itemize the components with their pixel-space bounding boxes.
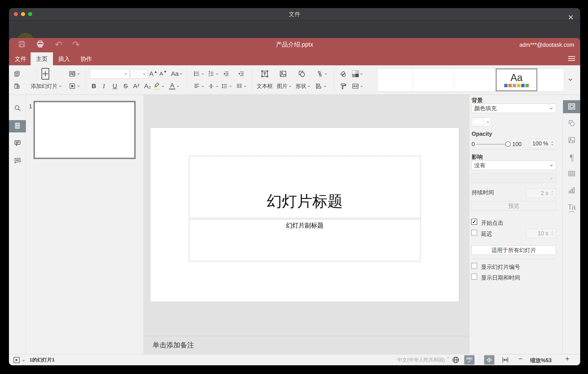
chevron-up-icon[interactable] (551, 231, 554, 233)
menu-icon[interactable] (568, 55, 575, 62)
apply-to-all-slides-button[interactable]: 适用于所有幻灯片 (471, 245, 556, 255)
theme-thumbnail-selected[interactable]: Aa (496, 68, 537, 91)
title-placeholder[interactable]: 幻灯片标题 (189, 156, 420, 218)
horizontal-align-button[interactable] (193, 83, 204, 89)
columns-button[interactable] (236, 83, 247, 89)
theme-gallery-expand-button[interactable] (568, 77, 573, 82)
opacity-slider-thumb[interactable] (505, 141, 511, 147)
text-box-label[interactable]: 文本框 (257, 83, 273, 90)
chat-button[interactable] (14, 157, 21, 165)
show-date-time-checkbox[interactable] (471, 274, 477, 280)
delay-spinner[interactable]: 10 s (526, 229, 556, 238)
shape-settings-tab[interactable] (568, 119, 576, 128)
start-slideshow-status-button[interactable] (14, 357, 20, 363)
insert-image-label[interactable]: 图片 (277, 83, 292, 90)
zoom-out-button[interactable]: − (518, 355, 523, 363)
search-button[interactable] (14, 104, 21, 112)
paste-button[interactable] (14, 83, 20, 89)
tab-insert[interactable]: 插入 (53, 52, 75, 65)
fit-to-slide-button[interactable] (484, 355, 494, 365)
duration-spinner[interactable]: 2 s (526, 188, 556, 198)
insert-shape-button[interactable] (298, 70, 306, 78)
subtitle-placeholder[interactable]: 幻灯片副标题 (189, 219, 420, 262)
slide-size-button[interactable] (352, 83, 363, 90)
chevron-down-icon[interactable] (22, 359, 25, 362)
table-settings-tab[interactable] (568, 170, 576, 178)
text-art-settings-tab[interactable]: Ta (568, 203, 576, 213)
theme-thumbnail[interactable] (413, 68, 454, 91)
set-language-button[interactable] (452, 356, 460, 365)
effect-dropdown[interactable]: 没有 (471, 161, 556, 170)
tab-collaboration[interactable]: 协作 (75, 52, 97, 65)
preview-button[interactable]: 预览 (471, 201, 556, 210)
start-slideshow-button[interactable] (69, 83, 80, 90)
opacity-spinner[interactable]: 100 % (529, 139, 556, 148)
notes-input[interactable]: 单击添加备注 (144, 336, 469, 354)
subscript-button[interactable]: A₂ (144, 83, 151, 90)
line-spacing-button[interactable] (221, 83, 232, 89)
show-slide-number-checkbox[interactable] (471, 263, 477, 269)
arrange-shape-button[interactable] (316, 70, 327, 77)
background-fill-dropdown[interactable]: 颜色填充 (471, 104, 556, 113)
undo-button[interactable]: ↶ (55, 40, 62, 49)
start-on-click-checkbox[interactable]: ✓ (471, 219, 477, 225)
add-slide-label[interactable]: 添加幻灯片 (31, 83, 62, 90)
effect-type-dropdown[interactable] (471, 174, 556, 183)
spell-check-button[interactable]: ABC (464, 355, 474, 365)
delay-checkbox[interactable] (471, 230, 477, 236)
chart-settings-tab[interactable] (568, 186, 576, 195)
shape-fill-button[interactable] (352, 70, 363, 77)
slide-canvas[interactable]: 幻灯片标题 幻灯片副标题 (150, 128, 459, 302)
slide-thumbnail[interactable] (33, 101, 136, 159)
background-color-picker[interactable] (471, 117, 491, 126)
strikethrough-button[interactable]: S (124, 83, 128, 90)
highlight-color-button[interactable] (154, 82, 165, 90)
clear-style-button[interactable] (340, 70, 347, 77)
comments-button[interactable] (14, 139, 21, 147)
close-icon[interactable]: ✕ (567, 13, 575, 22)
slide-layout-button[interactable] (69, 70, 80, 77)
increase-font-button[interactable]: A (149, 70, 157, 77)
slides-panel-button[interactable] (14, 122, 21, 130)
align-shape-button[interactable] (315, 83, 326, 90)
font-size-combo[interactable] (130, 69, 148, 78)
font-name-combo[interactable] (90, 69, 129, 78)
change-case-button[interactable]: Aa (171, 70, 183, 77)
theme-thumbnail[interactable] (378, 68, 413, 91)
bullets-button[interactable] (193, 70, 204, 77)
underline-button[interactable]: U (113, 83, 117, 90)
paragraph-settings-tab[interactable]: ¶ (570, 152, 574, 163)
chevron-down-icon[interactable] (551, 194, 554, 195)
tab-home[interactable]: 主页 (31, 52, 53, 65)
theme-thumbnail[interactable] (537, 68, 564, 91)
theme-thumbnail[interactable] (454, 68, 496, 91)
numbering-button[interactable] (208, 70, 219, 77)
insert-shape-label[interactable]: 形状 (295, 83, 310, 90)
copy-style-button[interactable] (340, 83, 347, 90)
chevron-down-icon[interactable] (551, 234, 554, 236)
decrease-indent-button[interactable] (223, 70, 230, 77)
bold-button[interactable]: B (92, 83, 96, 90)
copy-button[interactable] (14, 70, 20, 77)
image-settings-tab[interactable] (568, 136, 576, 145)
save-button[interactable] (18, 40, 26, 49)
chevron-up-icon[interactable] (551, 191, 554, 193)
add-slide-button[interactable] (41, 67, 50, 80)
fit-to-width-button[interactable] (502, 356, 509, 365)
font-color-button[interactable]: A (169, 83, 180, 90)
opacity-slider-track[interactable] (476, 144, 508, 145)
text-box-button[interactable] (261, 70, 269, 78)
print-button[interactable] (36, 40, 44, 49)
decrease-font-button[interactable]: A (159, 71, 166, 77)
italic-button[interactable]: I (103, 83, 105, 90)
superscript-button[interactable]: A² (133, 83, 139, 90)
chevron-down-icon[interactable] (551, 144, 554, 146)
redo-button[interactable]: ↷ (72, 40, 80, 49)
language-selector[interactable]: 中文(中华人民共和国) (397, 354, 445, 365)
vertical-align-button[interactable] (208, 83, 219, 89)
zoom-in-button[interactable]: + (565, 355, 569, 363)
tab-file[interactable]: 文件 (9, 52, 32, 65)
chevron-up-icon[interactable] (551, 141, 554, 143)
increase-indent-button[interactable] (238, 70, 245, 77)
slide-settings-tab[interactable] (568, 102, 576, 111)
